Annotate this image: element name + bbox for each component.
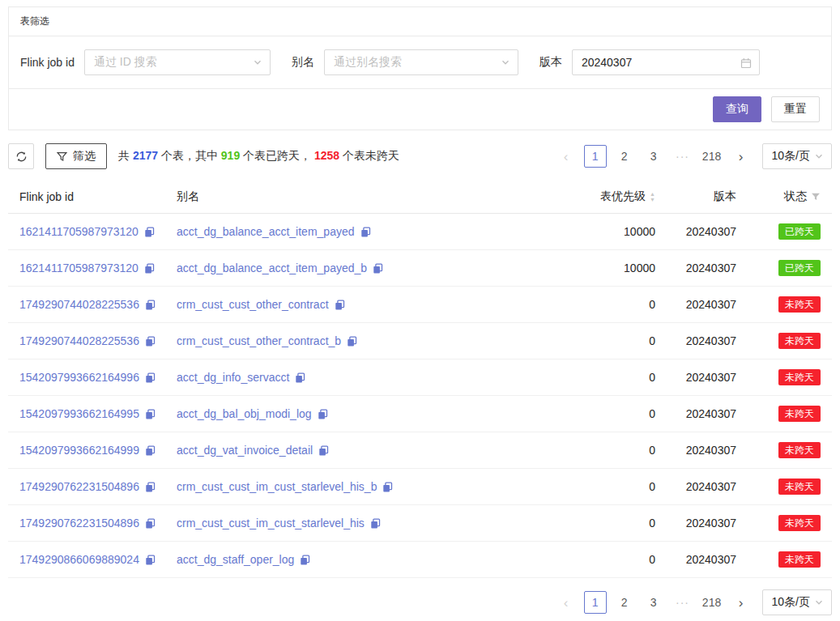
version-cell: 20240307 — [662, 214, 743, 250]
pagination-page-2[interactable]: 2 — [613, 591, 636, 614]
copy-icon[interactable] — [318, 445, 329, 456]
job-id-link[interactable]: 1542097993662164995 — [19, 407, 139, 420]
status-badge: 未跨天 — [778, 551, 821, 568]
filter-panel-title: 表筛选 — [9, 7, 831, 36]
pagination-page-1[interactable]: 1 — [584, 145, 607, 168]
job-id-link[interactable]: 1542097993662164996 — [19, 371, 139, 384]
pagination-top: ‹ 1 2 3 ··· 218 › 10条/页 — [555, 143, 832, 169]
page: 表筛选 Flink job id 通过 ID 搜索 别名 通过别名搜索 — [0, 0, 840, 615]
page-size-value: 10条/页 — [772, 595, 810, 610]
copy-icon[interactable] — [144, 227, 155, 237]
version-input[interactable] — [582, 56, 736, 69]
priority-cell: 0 — [563, 323, 662, 359]
pagination-prev-button[interactable]: ‹ — [555, 591, 578, 614]
page-size-select[interactable]: 10条/页 — [762, 143, 832, 169]
copy-icon[interactable] — [145, 300, 156, 310]
copy-icon[interactable] — [145, 518, 156, 529]
alias-link[interactable]: crm_cust_cust_other_contract_b — [177, 334, 341, 347]
priority-cell: 0 — [563, 359, 662, 396]
filter-actions-row: 查询 重置 — [9, 89, 831, 130]
job-id-label: Flink job id — [20, 56, 75, 69]
status-badge: 已跨天 — [778, 223, 821, 240]
copy-icon[interactable] — [347, 336, 357, 347]
copy-icon[interactable] — [360, 227, 371, 237]
filter-panel: 表筛选 Flink job id 通过 ID 搜索 别名 通过别名搜索 — [8, 6, 832, 130]
copy-icon[interactable] — [145, 555, 156, 565]
priority-header-label: 表优先级 — [600, 189, 646, 204]
job-id-link[interactable]: 1749290744028225536 — [19, 298, 139, 311]
pagination-page-last[interactable]: 218 — [701, 145, 723, 168]
copy-icon[interactable] — [335, 300, 345, 310]
summary-segment: 个表，其中 — [158, 149, 221, 162]
job-id-link[interactable]: 1621411705987973120 — [19, 262, 139, 274]
query-button[interactable]: 查询 — [713, 96, 761, 122]
pagination-page-3[interactable]: 3 — [642, 145, 665, 168]
reset-button[interactable]: 重置 — [771, 96, 820, 122]
copy-icon[interactable] — [370, 518, 381, 529]
chevron-down-icon — [814, 598, 824, 607]
alias-link[interactable]: crm_cust_cust_im_cust_starlevel_his_b — [177, 480, 377, 493]
table-row: 1749290762231504896 crm_cust_cust_im_cus… — [8, 505, 832, 542]
alias-link[interactable]: crm_cust_cust_other_contract — [177, 298, 329, 311]
copy-icon[interactable] — [145, 482, 156, 492]
alias-link[interactable]: acct_dg_vat_invoice_detail — [177, 444, 313, 457]
job-id-link[interactable]: 1749290762231504896 — [19, 517, 139, 530]
copy-icon[interactable] — [373, 263, 383, 274]
funnel-icon — [57, 151, 67, 162]
version-date-picker[interactable] — [572, 49, 760, 75]
job-id-link[interactable]: 1621411705987973120 — [19, 225, 139, 238]
job-id-select[interactable]: 通过 ID 搜索 — [84, 49, 271, 75]
job-id-link[interactable]: 1749290866069889024 — [19, 553, 139, 566]
column-filter-icon[interactable] — [811, 192, 821, 202]
toolbar: 筛选 共 2177 个表，其中 919 个表已跨天， 1258 个表未跨天 ‹ … — [8, 143, 832, 169]
alias-link[interactable]: acct_dg_info_servacct — [177, 371, 289, 384]
alias-select[interactable]: 通过别名搜索 — [324, 49, 518, 75]
version-cell: 20240307 — [662, 432, 743, 469]
pagination-page-3[interactable]: 3 — [642, 591, 665, 614]
copy-icon[interactable] — [144, 263, 155, 274]
pagination-ellipsis[interactable]: ··· — [672, 145, 694, 168]
version-cell: 20240307 — [662, 287, 743, 323]
job-id-link[interactable]: 1749290744028225536 — [19, 334, 139, 347]
filter-button[interactable]: 筛选 — [45, 143, 107, 169]
results-table: Flink job id 别名 表优先级 ▲▼ 版本 状态 — [8, 181, 832, 578]
column-header-job-id: Flink job id — [8, 181, 170, 214]
alias-link[interactable]: acct_dg_balance_acct_item_payed — [177, 225, 355, 238]
table-row: 1542097993662164999 acct_dg_vat_invoice_… — [8, 432, 832, 469]
refresh-button[interactable] — [8, 143, 34, 169]
status-badge: 已跨天 — [778, 260, 821, 276]
copy-icon[interactable] — [300, 555, 310, 565]
copy-icon[interactable] — [145, 336, 156, 347]
priority-cell: 0 — [563, 287, 662, 323]
page-size-select[interactable]: 10条/页 — [762, 589, 832, 615]
copy-icon[interactable] — [382, 482, 393, 492]
alias-link[interactable]: acct_dg_staff_oper_log — [177, 553, 294, 566]
job-id-field-group: Flink job id 通过 ID 搜索 — [20, 49, 271, 75]
sort-icon[interactable]: ▲▼ — [650, 191, 655, 202]
chevron-down-icon — [814, 151, 824, 161]
pagination-page-2[interactable]: 2 — [613, 145, 636, 168]
alias-link[interactable]: acct_dg_balance_acct_item_payed_b — [177, 262, 367, 274]
pagination-next-button[interactable]: › — [730, 591, 753, 614]
copy-icon[interactable] — [145, 445, 156, 456]
copy-icon[interactable] — [318, 409, 328, 419]
alias-link[interactable]: acct_dg_bal_obj_modi_log — [177, 407, 312, 420]
table-row: 1749290866069889024 acct_dg_staff_oper_l… — [8, 542, 832, 578]
alias-link[interactable]: crm_cust_cust_im_cust_starlevel_his — [177, 517, 365, 530]
table-row: 1542097993662164995 acct_dg_bal_obj_modi… — [8, 396, 832, 432]
pagination-page-last[interactable]: 218 — [701, 591, 723, 614]
pagination-prev-button[interactable]: ‹ — [555, 145, 578, 168]
pagination-next-button[interactable]: › — [730, 145, 753, 168]
copy-icon[interactable] — [145, 372, 156, 383]
alias-label: 别名 — [292, 55, 314, 70]
status-badge: 未跨天 — [778, 296, 821, 313]
refresh-icon — [15, 151, 28, 163]
status-header-label: 状态 — [784, 189, 807, 204]
pagination-ellipsis[interactable]: ··· — [672, 591, 694, 614]
job-id-link[interactable]: 1542097993662164999 — [19, 444, 139, 457]
copy-icon[interactable] — [295, 372, 305, 383]
pagination-page-1[interactable]: 1 — [584, 591, 607, 614]
column-header-priority[interactable]: 表优先级 ▲▼ — [563, 181, 662, 214]
job-id-link[interactable]: 1749290762231504896 — [19, 480, 139, 493]
copy-icon[interactable] — [145, 409, 156, 419]
